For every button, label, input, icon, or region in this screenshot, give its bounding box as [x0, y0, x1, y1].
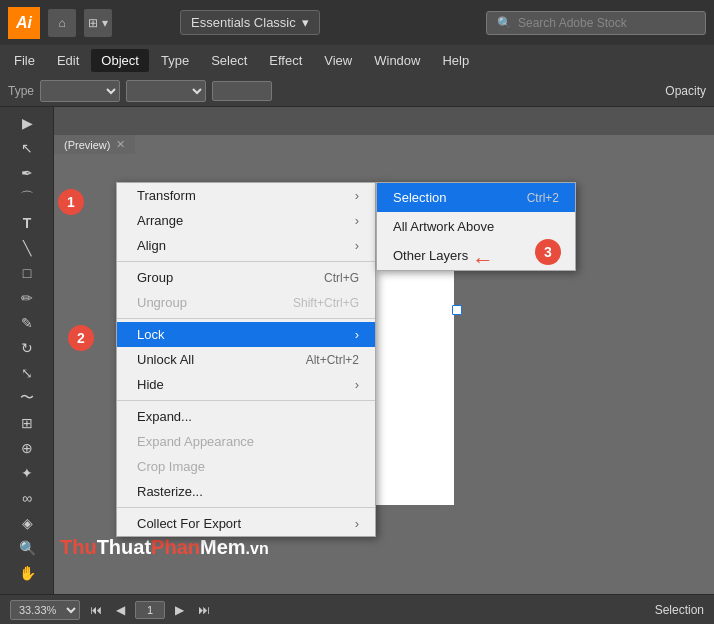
paint-brush-tool[interactable]: ✏ — [3, 286, 51, 310]
hand-tool[interactable]: ✋ — [3, 561, 51, 585]
menu-divider — [117, 261, 375, 262]
app-logo: Ai — [8, 7, 40, 39]
nav-next-button[interactable]: ▶ — [171, 601, 188, 619]
blend-tool[interactable]: ∞ — [3, 486, 51, 510]
zoom-tool[interactable]: 🔍 — [3, 536, 51, 560]
left-toolbar: ▶ ↖ ✒ ⌒ T ╲ □ ✏ ✎ ↻ ⤡ 〜 ⊞ ⊕ ✦ ∞ ◈ 🔍 ✋ — [0, 107, 54, 594]
rect-tool[interactable]: □ — [3, 261, 51, 285]
menu-view[interactable]: View — [314, 49, 362, 72]
menu-hide[interactable]: Hide › — [117, 372, 375, 397]
scale-tool[interactable]: ⤡ — [3, 361, 51, 385]
menu-type[interactable]: Type — [151, 49, 199, 72]
menu-ungroup[interactable]: Ungroup Shift+Ctrl+G — [117, 290, 375, 315]
menu-select[interactable]: Select — [201, 49, 257, 72]
gradient-tool[interactable]: ◈ — [3, 511, 51, 535]
submenu-arrow: › — [355, 188, 359, 203]
submenu-arrow: › — [355, 327, 359, 342]
menu-bar: File Edit Object Type Select Effect View… — [0, 45, 714, 75]
submenu-arrow: › — [355, 213, 359, 228]
selection-handle[interactable] — [452, 305, 462, 315]
menu-expand[interactable]: Expand... — [117, 404, 375, 429]
menu-edit[interactable]: Edit — [47, 49, 89, 72]
type-tool[interactable]: T — [3, 211, 51, 235]
menu-collect-export[interactable]: Collect For Export › — [117, 511, 375, 536]
options-bar: Type Opacity — [0, 75, 714, 107]
eyedropper-tool[interactable]: ✦ — [3, 461, 51, 485]
lock-selection[interactable]: Selection Ctrl+2 — [377, 183, 575, 212]
search-bar[interactable]: 🔍 Search Adobe Stock — [486, 11, 706, 35]
submenu-arrow: › — [355, 516, 359, 531]
lock-submenu: Selection Ctrl+2 All Artwork Above Other… — [376, 182, 576, 271]
menu-group[interactable]: Group Ctrl+G — [117, 265, 375, 290]
status-bar-text: Selection — [655, 603, 704, 617]
main-area: ▶ ↖ ✒ ⌒ T ╲ □ ✏ ✎ ↻ ⤡ 〜 ⊞ ⊕ ✦ ∞ ◈ 🔍 ✋ (P… — [0, 107, 714, 594]
pencil-tool[interactable]: ✎ — [3, 311, 51, 335]
menu-transform[interactable]: Transform › — [117, 183, 375, 208]
page-input[interactable] — [135, 601, 165, 619]
curvature-tool[interactable]: ⌒ — [3, 186, 51, 210]
menu-align[interactable]: Align › — [117, 233, 375, 258]
canvas-tab-label: (Preview) — [64, 139, 110, 151]
nav-first-button[interactable]: ⏮ — [86, 601, 106, 619]
home-icon[interactable]: ⌂ — [48, 9, 76, 37]
font-size-input[interactable] — [212, 81, 272, 101]
menu-crop-image[interactable]: Crop Image — [117, 454, 375, 479]
submenu-arrow: › — [355, 238, 359, 253]
submenu-arrow: › — [355, 377, 359, 392]
font-style-select[interactable] — [126, 80, 206, 102]
menu-divider — [117, 400, 375, 401]
options-type-label: Type — [8, 84, 34, 98]
nav-last-button[interactable]: ⏭ — [194, 601, 214, 619]
nav-prev-button[interactable]: ◀ — [112, 601, 129, 619]
menu-object[interactable]: Object — [91, 49, 149, 72]
canvas-tab: (Preview) ✕ — [54, 135, 135, 154]
zoom-select[interactable]: 33.33% — [10, 600, 80, 620]
lock-all-artwork-above[interactable]: All Artwork Above — [377, 212, 575, 241]
workspace-selector[interactable]: Essentials Classic ▾ — [180, 10, 320, 35]
direct-select-tool[interactable]: ↖ — [3, 136, 51, 160]
lock-other-layers[interactable]: Other Layers — [377, 241, 575, 270]
bottom-bar: 33.33% ⏮ ◀ ▶ ⏭ Selection — [0, 594, 714, 624]
menu-expand-appearance[interactable]: Expand Appearance — [117, 429, 375, 454]
free-transform-tool[interactable]: ⊞ — [3, 411, 51, 435]
chevron-down-icon: ▾ — [302, 15, 309, 30]
rotate-tool[interactable]: ↻ — [3, 336, 51, 360]
menu-help[interactable]: Help — [432, 49, 479, 72]
menu-window[interactable]: Window — [364, 49, 430, 72]
line-tool[interactable]: ╲ — [3, 236, 51, 260]
menu-rasterize[interactable]: Rasterize... — [117, 479, 375, 504]
menu-effect[interactable]: Effect — [259, 49, 312, 72]
search-icon: 🔍 — [497, 16, 512, 30]
watermark: ThuThuatPhanMem.vn — [60, 536, 269, 559]
menu-unlock-all[interactable]: Unlock All Alt+Ctrl+2 — [117, 347, 375, 372]
menu-divider — [117, 507, 375, 508]
menu-lock[interactable]: Lock › — [117, 322, 375, 347]
top-bar: Ai ⌂ ⊞ ▾ Essentials Classic ▾ 🔍 Search A… — [0, 0, 714, 45]
font-family-select[interactable] — [40, 80, 120, 102]
menu-file[interactable]: File — [4, 49, 45, 72]
menu-divider — [117, 318, 375, 319]
object-menu: Transform › Arrange › Align › Group Ctrl… — [116, 182, 376, 537]
shape-builder-tool[interactable]: ⊕ — [3, 436, 51, 460]
warp-tool[interactable]: 〜 — [3, 386, 51, 410]
canvas-close-button[interactable]: ✕ — [116, 138, 125, 151]
select-tool[interactable]: ▶ — [3, 111, 51, 135]
menu-arrange[interactable]: Arrange › — [117, 208, 375, 233]
opacity-label: Opacity — [665, 84, 706, 98]
workspace-switcher-icon[interactable]: ⊞ ▾ — [84, 9, 112, 37]
pen-tool[interactable]: ✒ — [3, 161, 51, 185]
